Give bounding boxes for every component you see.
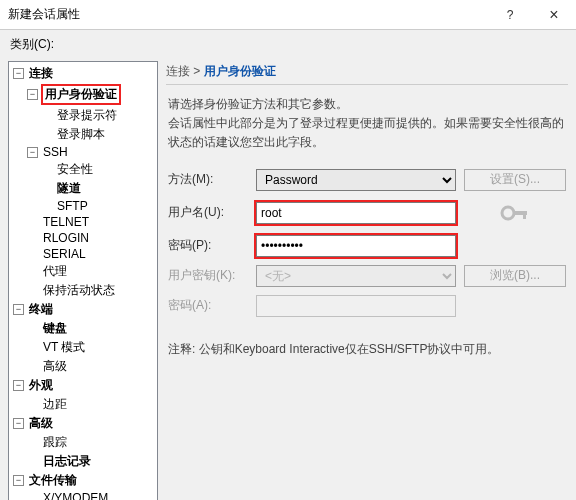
- collapse-icon[interactable]: −: [27, 147, 38, 158]
- tree-node-logging[interactable]: 日志记录: [25, 452, 157, 471]
- breadcrumb-current: 用户身份验证: [204, 64, 276, 78]
- close-icon: ×: [549, 6, 558, 24]
- method-select[interactable]: Password: [256, 169, 456, 191]
- passwordA-label: 密码(A):: [168, 297, 248, 314]
- method-label: 方法(M):: [168, 171, 248, 188]
- close-button[interactable]: ×: [532, 0, 576, 30]
- tree-node-login-script[interactable]: 登录脚本: [39, 125, 157, 144]
- breadcrumb-root: 连接: [166, 64, 190, 78]
- tree-node-keepalive[interactable]: 保持活动状态: [25, 281, 157, 300]
- tree-node-keyboard[interactable]: 键盘: [25, 319, 157, 338]
- tree-node-security[interactable]: 安全性: [39, 160, 157, 179]
- description: 请选择身份验证方法和其它参数。 会话属性中此部分是为了登录过程更便捷而提供的。如…: [166, 85, 568, 163]
- collapse-icon[interactable]: −: [27, 89, 38, 100]
- tree-node-serial[interactable]: SERIAL: [25, 246, 157, 262]
- tree-node-login-prompt[interactable]: 登录提示符: [39, 106, 157, 125]
- tree-node-appearance[interactable]: −外观: [11, 376, 157, 395]
- collapse-icon[interactable]: −: [13, 304, 24, 315]
- tree-node-ssh[interactable]: −SSH: [25, 144, 157, 160]
- breadcrumb: 连接 > 用户身份验证: [166, 63, 568, 85]
- auth-form: 方法(M): Password 设置(S)... 用户名(U): 密码(P): …: [166, 163, 568, 323]
- help-button[interactable]: ?: [488, 0, 532, 30]
- tree-node-margin[interactable]: 边距: [25, 395, 157, 414]
- titlebar: 新建会话属性 ? ×: [0, 0, 576, 30]
- username-label: 用户名(U):: [168, 204, 248, 221]
- key-icon: [499, 199, 531, 227]
- browse-button: 浏览(B)...: [464, 265, 566, 287]
- category-label: 类别(C):: [0, 30, 576, 55]
- collapse-icon[interactable]: −: [13, 68, 24, 79]
- collapse-icon[interactable]: −: [13, 418, 24, 429]
- tree-node-filetransfer[interactable]: −文件传输: [11, 471, 157, 490]
- tree-node-connect[interactable]: −连接: [11, 64, 157, 83]
- collapse-icon[interactable]: −: [13, 475, 24, 486]
- window-title: 新建会话属性: [8, 6, 488, 23]
- svg-point-0: [502, 207, 514, 219]
- tree-node-vt[interactable]: VT 模式: [25, 338, 157, 357]
- help-icon: ?: [507, 8, 514, 22]
- note-text: 注释: 公钥和Keyboard Interactive仅在SSH/SFTP协议中…: [166, 323, 568, 376]
- tree-node-sftp[interactable]: SFTP: [39, 198, 157, 214]
- username-input[interactable]: [256, 202, 456, 224]
- tree-node-adv-term[interactable]: 高级: [25, 357, 157, 376]
- tree-node-advanced[interactable]: −高级: [11, 414, 157, 433]
- passwordA-input: [256, 295, 456, 317]
- tree-node-user-auth[interactable]: −用户身份验证: [25, 83, 157, 106]
- tree-node-terminal[interactable]: −终端: [11, 300, 157, 319]
- tree-node-rlogin[interactable]: RLOGIN: [25, 230, 157, 246]
- tree-node-telnet[interactable]: TELNET: [25, 214, 157, 230]
- main-panel: 连接 > 用户身份验证 请选择身份验证方法和其它参数。 会话属性中此部分是为了登…: [166, 61, 568, 500]
- tree-node-xymodem[interactable]: X/YMODEM: [25, 490, 157, 500]
- password-input[interactable]: [256, 235, 456, 257]
- category-tree[interactable]: −连接 −用户身份验证 登录提示符 登录脚本 −SSH: [8, 61, 158, 500]
- collapse-icon[interactable]: −: [13, 380, 24, 391]
- userkey-select: <无>: [256, 265, 456, 287]
- svg-rect-2: [523, 211, 526, 219]
- password-label: 密码(P):: [168, 237, 248, 254]
- userkey-label: 用户密钥(K):: [168, 267, 248, 284]
- tree-node-trace[interactable]: 跟踪: [25, 433, 157, 452]
- tree-node-proxy[interactable]: 代理: [25, 262, 157, 281]
- setup-button[interactable]: 设置(S)...: [464, 169, 566, 191]
- tree-node-tunnel[interactable]: 隧道: [39, 179, 157, 198]
